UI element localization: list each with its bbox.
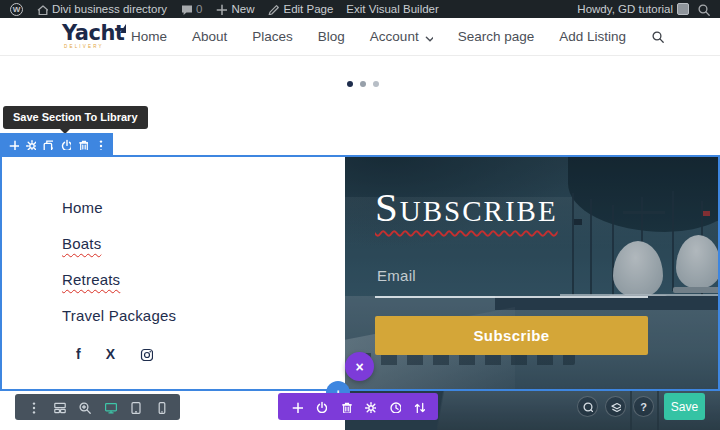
footer-link-home[interactable]: Home [62,199,345,216]
email-field[interactable] [375,263,648,298]
save-module-to-library-icon[interactable] [315,401,327,413]
delete-section-icon[interactable] [77,139,88,150]
home-icon [36,3,48,15]
chevron-down-icon [423,32,433,42]
footer-link-boats[interactable]: Boats [62,235,345,252]
admin-bar-new[interactable]: New [215,3,254,15]
sail-icon [120,24,126,33]
save-button[interactable]: Save [664,393,705,420]
admin-bar-right: Howdy, GD tutorial [577,3,710,16]
avatar [677,3,689,15]
site-logo[interactable]: Yacht DELIVERY [62,23,124,50]
admin-bar-comments[interactable]: 0 [180,3,202,15]
builder-bottom-right-toolbar: ? Save [577,393,705,420]
zoom-in-icon[interactable] [78,401,91,414]
module-toolbar [278,393,438,420]
wireframe-view-icon[interactable] [53,401,66,414]
wordpress-logo-icon[interactable]: W [10,3,23,16]
close-icon: × [355,359,363,375]
edit-page-label: Edit Page [283,3,333,15]
footer-menu-column: Home Boats Retreats Travel Packages f X [2,157,345,389]
nav-item-home[interactable]: Home [131,29,167,44]
module-settings-icon[interactable] [364,401,376,413]
comment-icon [180,3,192,15]
tablet-view-icon[interactable] [129,401,142,414]
desktop-view-icon[interactable] [104,401,117,414]
carousel-dot-3[interactable] [373,81,379,87]
facebook-icon[interactable]: f [76,346,81,362]
new-label: New [231,3,254,15]
reorder-icon[interactable] [413,401,425,413]
layers-icon [610,401,621,412]
x-twitter-icon[interactable]: X [106,346,115,362]
social-icons-row: f X [76,346,345,362]
search-icon[interactable] [651,30,665,44]
carousel-dot-2[interactable] [360,81,366,87]
admin-bar-exit-builder[interactable]: Exit Visual Builder [346,3,438,15]
history-icon[interactable] [389,401,401,413]
plus-icon [215,3,227,15]
nav-item-places[interactable]: Places [252,29,293,44]
logo-tagline: DELIVERY [64,45,124,50]
nav-item-about[interactable]: About [192,29,227,44]
admin-bar-edit-page[interactable]: Edit Page [267,3,333,15]
duplicate-section-icon[interactable] [42,139,53,150]
search-icon [582,401,593,412]
subscribe-heading: Subscribe [375,183,558,231]
add-section-icon[interactable] [8,139,19,150]
more-options-icon[interactable] [27,401,40,414]
close-settings-button[interactable]: × [345,352,374,381]
add-module-icon[interactable] [291,401,303,413]
site-header: Yacht DELIVERY Home About Places Blog Ac… [0,18,720,56]
site-name-label: Divi business directory [52,3,167,15]
section-toolbar [0,133,113,155]
admin-bar-account[interactable]: Howdy, GD tutorial [577,3,689,15]
nav-item-account[interactable]: Account [370,29,433,44]
delete-module-icon[interactable] [340,401,352,413]
help-button[interactable]: ? [633,396,654,417]
nav-item-add-listing[interactable]: Add Listing [559,29,626,44]
carousel-dots [347,81,379,87]
exit-builder-label: Exit Visual Builder [346,3,438,15]
phone-view-icon[interactable] [155,401,168,414]
section-settings-icon[interactable] [25,139,36,150]
footer-link-retreats[interactable]: Retreats [62,271,345,288]
admin-bar-site-name[interactable]: Divi business directory [36,3,167,15]
nav-item-search-page[interactable]: Search page [458,29,535,44]
instagram-icon[interactable] [140,348,153,361]
main-nav: Home About Places Blog Account Search pa… [131,29,665,44]
zoom-button[interactable] [577,396,598,417]
howdy-label: Howdy, GD tutorial [577,3,673,15]
tooltip-save-section: Save Section To Library [3,106,148,129]
divi-visual-builder-page: { "colors": { "builder_blue": "#3e86e0",… [0,0,720,430]
builder-bottom-left-toolbar [15,394,180,420]
carousel-dot-1[interactable] [347,81,353,87]
section-more-icon[interactable] [94,139,105,150]
footer-link-travel-packages[interactable]: Travel Packages [62,307,345,324]
wp-admin-bar: W Divi business directory 0 New Edit Pag… [0,0,720,18]
search-icon[interactable] [697,3,710,16]
comments-count: 0 [196,3,202,15]
subscribe-button[interactable]: Subscribe [375,316,648,355]
subscribe-content: Subscribe Subscribe [345,157,718,389]
save-section-to-library-icon[interactable] [60,139,71,150]
layers-button[interactable] [605,396,626,417]
admin-bar-left: W Divi business directory 0 New Edit Pag… [10,3,439,16]
pencil-icon [267,3,279,15]
nav-item-blog[interactable]: Blog [318,29,345,44]
logo-text: Yacht [62,23,124,44]
subscribe-column: Subscribe Subscribe [345,157,718,389]
